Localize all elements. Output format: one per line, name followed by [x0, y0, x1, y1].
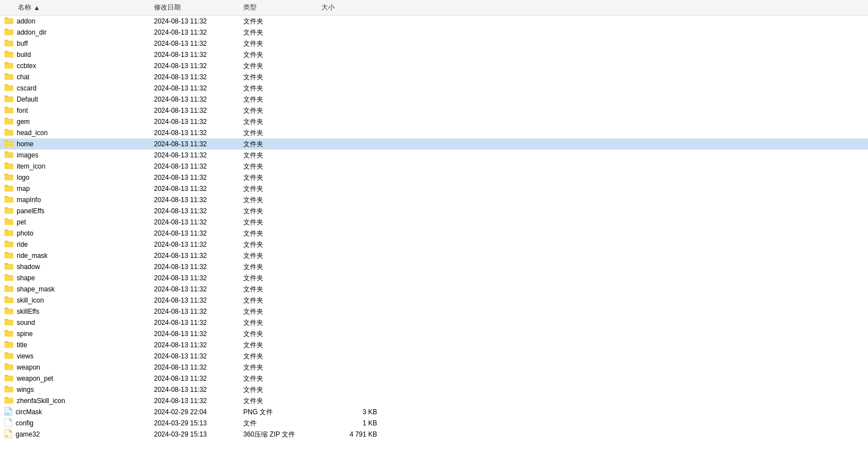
row-date: 2024-08-13 11:32: [154, 185, 243, 193]
col-header-type[interactable]: 类型: [243, 3, 321, 12]
row-date: 2024-08-13 11:32: [154, 352, 243, 360]
col-header-date[interactable]: 修改日期: [154, 3, 243, 12]
row-type: 文件夹: [243, 50, 321, 60]
table-row[interactable]: font 2024-08-13 11:32 文件夹: [0, 105, 868, 116]
table-row[interactable]: head_icon 2024-08-13 11:32 文件夹: [0, 127, 868, 138]
folder-icon: [4, 385, 13, 394]
table-row[interactable]: panelEffs 2024-08-13 11:32 文件夹: [0, 205, 868, 217]
col-header-size[interactable]: 大小: [321, 3, 377, 12]
folder-icon: [4, 50, 13, 59]
row-name: font: [17, 107, 28, 114]
table-row[interactable]: ZIP game32 2024-03-29 15:13 360压缩 ZIP 文件…: [0, 429, 868, 440]
file-icon: ZIP: [4, 429, 12, 440]
folder-icon: [4, 285, 13, 294]
row-type: 文件夹: [243, 229, 321, 238]
row-type: 文件夹: [243, 262, 321, 272]
row-date: 2024-08-13 11:32: [154, 375, 243, 382]
row-date: 2024-08-13 11:32: [154, 252, 243, 260]
table-row[interactable]: addon 2024-08-13 11:32 文件夹: [0, 16, 868, 27]
row-date: 2024-08-13 11:32: [154, 84, 243, 92]
row-type: 文件夹: [243, 95, 321, 104]
row-date: 2024-08-13 11:32: [154, 296, 243, 304]
table-row[interactable]: mapInfo 2024-08-13 11:32 文件夹: [0, 194, 868, 205]
table-row[interactable]: skill_icon 2024-08-13 11:32 文件夹: [0, 295, 868, 306]
table-row[interactable]: pet 2024-08-13 11:32 文件夹: [0, 217, 868, 228]
table-row[interactable]: weapon 2024-08-13 11:32 文件夹: [0, 362, 868, 373]
row-date: 2024-08-13 11:32: [154, 263, 243, 271]
row-name: skill_icon: [17, 296, 44, 304]
table-row[interactable]: buff 2024-08-13 11:32 文件夹: [0, 38, 868, 49]
table-row[interactable]: PNG circMask 2024-02-29 22:04 PNG 文件 3 K…: [0, 406, 868, 418]
row-type: 文件夹: [243, 39, 321, 49]
row-name: buff: [17, 40, 28, 47]
table-row[interactable]: ride_mask 2024-08-13 11:32 文件夹: [0, 250, 868, 261]
row-date: 2024-08-13 11:32: [154, 28, 243, 36]
folder-icon: [4, 184, 13, 193]
table-row[interactable]: map 2024-08-13 11:32 文件夹: [0, 183, 868, 194]
table-row[interactable]: ccbtex 2024-08-13 11:32 文件夹: [0, 60, 868, 71]
folder-icon: [4, 84, 13, 93]
table-row[interactable]: item_icon 2024-08-13 11:32 文件夹: [0, 161, 868, 172]
table-row[interactable]: title 2024-08-13 11:32 文件夹: [0, 339, 868, 351]
row-date: 2024-08-13 11:32: [154, 51, 243, 59]
row-name: pet: [17, 218, 26, 226]
table-row[interactable]: Default 2024-08-13 11:32 文件夹: [0, 94, 868, 105]
row-type: 文件夹: [243, 173, 321, 183]
row-type: 文件夹: [243, 251, 321, 261]
row-type: 文件夹: [243, 195, 321, 205]
table-row[interactable]: build 2024-08-13 11:32 文件夹: [0, 49, 868, 60]
table-row[interactable]: zhenfaSkill_icon 2024-08-13 11:32 文件夹: [0, 395, 868, 406]
row-name: spine: [17, 330, 33, 338]
table-row[interactable]: cscard 2024-08-13 11:32 文件夹: [0, 83, 868, 94]
table-row[interactable]: gem 2024-08-13 11:32 文件夹: [0, 116, 868, 127]
folder-icon: [4, 274, 13, 282]
row-name: title: [17, 341, 27, 349]
row-size: 3 KB: [321, 408, 377, 416]
file-icon: [4, 418, 12, 429]
folder-icon: [4, 173, 13, 182]
row-date: 2024-08-13 11:32: [154, 196, 243, 204]
row-type: 360压缩 ZIP 文件: [243, 430, 321, 439]
table-row[interactable]: shape 2024-08-13 11:32 文件夹: [0, 272, 868, 284]
row-date: 2024-08-13 11:32: [154, 308, 243, 315]
folder-icon: [4, 262, 13, 271]
table-row[interactable]: views 2024-08-13 11:32 文件夹: [0, 351, 868, 362]
row-type: 文件夹: [243, 207, 321, 216]
table-row[interactable]: ride 2024-08-13 11:32 文件夹: [0, 239, 868, 250]
row-type: 文件夹: [243, 285, 321, 294]
row-type: 文件夹: [243, 28, 321, 37]
row-size: 1 KB: [321, 419, 377, 427]
table-row[interactable]: logo 2024-08-13 11:32 文件夹: [0, 172, 868, 183]
row-name: Default: [17, 95, 38, 103]
col-header-name[interactable]: 名称 ▲: [4, 3, 154, 12]
table-row[interactable]: wings 2024-08-13 11:32 文件夹: [0, 384, 868, 395]
table-row[interactable]: images 2024-08-13 11:32 文件夹: [0, 150, 868, 161]
table-row[interactable]: skillEffs 2024-08-13 11:32 文件夹: [0, 306, 868, 317]
row-type: 文件夹: [243, 307, 321, 317]
row-name: ride: [17, 241, 28, 248]
table-row[interactable]: shadow 2024-08-13 11:32 文件夹: [0, 261, 868, 272]
row-type: 文件夹: [243, 352, 321, 361]
row-date: 2024-08-13 11:32: [154, 73, 243, 81]
row-date: 2024-08-13 11:32: [154, 397, 243, 405]
table-row[interactable]: sound 2024-08-13 11:32 文件夹: [0, 317, 868, 328]
row-name: weapon_pet: [17, 375, 53, 382]
table-row[interactable]: chat 2024-08-13 11:32 文件夹: [0, 71, 868, 83]
table-row[interactable]: shape_mask 2024-08-13 11:32 文件夹: [0, 284, 868, 295]
table-row[interactable]: weapon_pet 2024-08-13 11:32 文件夹: [0, 373, 868, 384]
row-type: 文件夹: [243, 240, 321, 250]
table-row[interactable]: photo 2024-08-13 11:32 文件夹: [0, 228, 868, 239]
row-name: config: [16, 419, 33, 427]
folder-icon: [4, 106, 13, 115]
table-row[interactable]: spine 2024-08-13 11:32 文件夹: [0, 328, 868, 339]
table-row[interactable]: config 2024-03-29 15:13 文件 1 KB: [0, 418, 868, 429]
table-row[interactable]: addon_dir 2024-08-13 11:32 文件夹: [0, 27, 868, 38]
row-type: 文件夹: [243, 84, 321, 93]
row-type: 文件夹: [243, 318, 321, 328]
row-name: shape: [17, 274, 35, 282]
row-date: 2024-08-13 11:32: [154, 95, 243, 103]
svg-text:ZIP: ZIP: [5, 435, 9, 438]
row-date: 2024-08-13 11:32: [154, 17, 243, 25]
table-row[interactable]: home 2024-08-13 11:32 文件夹: [0, 138, 868, 150]
row-type: 文件夹: [243, 184, 321, 194]
